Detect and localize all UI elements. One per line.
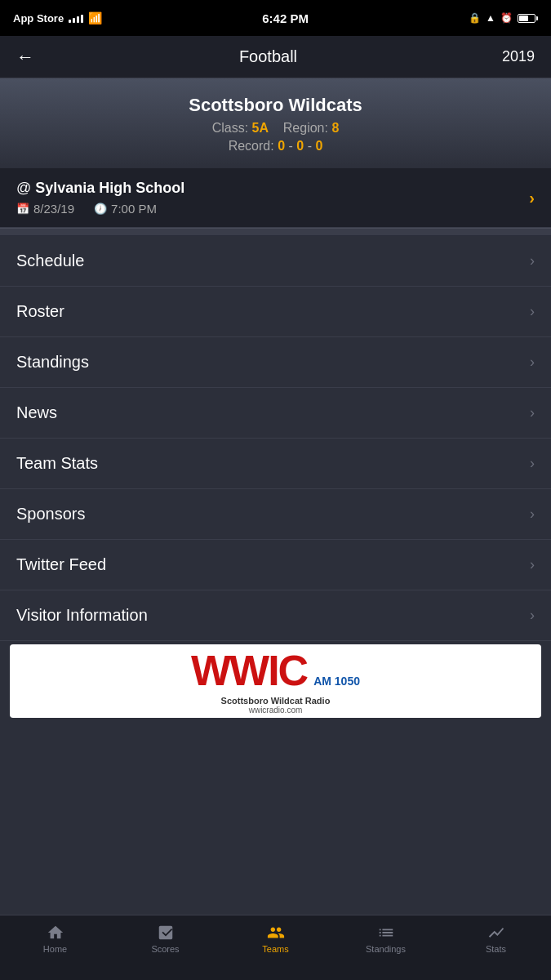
- tab-standings[interactable]: Standings: [331, 922, 441, 954]
- menu-chevron-roster: ›: [530, 303, 535, 320]
- wwic-logo: WWIC AM 1050 Scottsboro Wildcat Radio ww…: [191, 648, 360, 715]
- menu-label-roster: Roster: [16, 302, 64, 321]
- region-label: Region:: [283, 121, 328, 135]
- menu-label-news: News: [16, 403, 57, 422]
- menu-item-visitor-info[interactable]: Visitor Information ›: [0, 590, 551, 641]
- team-header: Scottsboro Wildcats Class: 5A Region: 8 …: [0, 78, 551, 168]
- location-icon: ▲: [486, 12, 495, 24]
- tab-home[interactable]: Home: [0, 922, 110, 954]
- tab-label-standings: Standings: [366, 944, 406, 954]
- next-game-card[interactable]: @ Sylvania High School 📅 8/23/19 🕖 7:00 …: [0, 168, 551, 228]
- clock-icon: 🕖: [94, 203, 107, 215]
- menu-item-twitter-feed[interactable]: Twitter Feed ›: [0, 540, 551, 590]
- tab-icon-scores: [157, 924, 175, 942]
- nav-bar: ← Football 2019: [0, 36, 551, 78]
- tab-icon-standings: [377, 924, 395, 942]
- menu-item-news[interactable]: News ›: [0, 388, 551, 439]
- team-name: Scottsboro Wildcats: [16, 95, 535, 116]
- tab-scores[interactable]: Scores: [110, 922, 220, 954]
- game-date: 8/23/19: [33, 202, 74, 216]
- alarm-icon: ⏰: [500, 12, 513, 24]
- tab-bar: Home Scores Teams Standings Stats: [0, 915, 551, 980]
- main-content: Scottsboro Wildcats Class: 5A Region: 8 …: [0, 78, 551, 786]
- menu-label-visitor-info: Visitor Information: [16, 606, 148, 625]
- tab-icon-home: [47, 924, 64, 942]
- menu-chevron-standings: ›: [530, 354, 535, 371]
- tab-label-stats: Stats: [486, 944, 506, 954]
- menu-chevron-team-stats: ›: [530, 455, 535, 472]
- wifi-icon: 📶: [88, 11, 102, 24]
- ad-banner[interactable]: WWIC AM 1050 Scottsboro Wildcat Radio ww…: [10, 644, 541, 718]
- game-opponent-name: Sylvania High School: [35, 180, 184, 196]
- record-dash2: -: [308, 139, 316, 153]
- menu-item-sponsors[interactable]: Sponsors ›: [0, 489, 551, 540]
- lock-icon: 🔒: [469, 12, 481, 24]
- game-date-container: 📅 8/23/19: [16, 202, 74, 216]
- record-losses: 0: [296, 139, 304, 153]
- record-label: Record:: [229, 139, 274, 153]
- signal-bars: [69, 13, 83, 23]
- wwic-url: wwicradio.com: [249, 706, 303, 715]
- battery-icon: [518, 14, 538, 23]
- menu-list: Schedule › Roster › Standings › News › T…: [0, 236, 551, 641]
- game-time-container: 🕖 7:00 PM: [94, 202, 157, 216]
- record-ties: 0: [315, 139, 322, 153]
- tab-label-teams: Teams: [262, 944, 288, 954]
- next-game-chevron: ›: [529, 189, 535, 207]
- record-dash1: -: [289, 139, 297, 153]
- wwic-tagline: Scottsboro Wildcat Radio: [221, 696, 331, 706]
- menu-chevron-twitter-feed: ›: [530, 556, 535, 573]
- team-meta: Class: 5A Region: 8: [16, 121, 535, 136]
- class-value: 5A: [252, 121, 269, 135]
- tab-stats[interactable]: Stats: [441, 922, 551, 954]
- game-opponent: @ Sylvania High School: [16, 180, 184, 197]
- menu-item-roster[interactable]: Roster ›: [0, 287, 551, 337]
- status-time: 6:42 PM: [262, 11, 309, 25]
- nav-title: Football: [239, 47, 297, 66]
- menu-item-schedule[interactable]: Schedule ›: [0, 236, 551, 287]
- next-game-info: @ Sylvania High School 📅 8/23/19 🕖 7:00 …: [16, 180, 184, 216]
- menu-label-twitter-feed: Twitter Feed: [16, 555, 106, 574]
- class-label: Class:: [212, 121, 248, 135]
- tab-icon-teams: [267, 924, 285, 942]
- menu-chevron-schedule: ›: [530, 252, 535, 270]
- menu-label-standings: Standings: [16, 353, 89, 372]
- status-right: 🔒 ▲ ⏰: [469, 12, 538, 24]
- menu-label-sponsors: Sponsors: [16, 505, 86, 523]
- status-bar: App Store 📶 6:42 PM 🔒 ▲ ⏰: [0, 0, 551, 36]
- team-record: Record: 0 - 0 - 0: [16, 139, 535, 154]
- game-at-prefix: @: [16, 180, 31, 196]
- menu-divider: [0, 228, 551, 236]
- menu-item-team-stats[interactable]: Team Stats ›: [0, 439, 551, 489]
- carrier-label: App Store: [13, 12, 64, 24]
- tab-teams[interactable]: Teams: [220, 922, 331, 954]
- region-value: 8: [331, 121, 339, 135]
- tab-label-home: Home: [43, 944, 67, 954]
- tab-label-scores: Scores: [151, 944, 179, 954]
- menu-label-schedule: Schedule: [16, 252, 84, 270]
- record-wins: 0: [278, 139, 285, 153]
- back-button[interactable]: ←: [16, 47, 34, 68]
- menu-chevron-news: ›: [530, 404, 535, 421]
- calendar-icon: 📅: [16, 203, 29, 215]
- status-left: App Store 📶: [13, 11, 102, 24]
- wwic-name: WWIC: [191, 648, 307, 694]
- menu-chevron-visitor-info: ›: [530, 607, 535, 624]
- wwic-freq: AM 1050: [313, 675, 360, 688]
- game-details: 📅 8/23/19 🕖 7:00 PM: [16, 202, 184, 216]
- game-time: 7:00 PM: [111, 202, 157, 216]
- nav-year: 2019: [502, 48, 535, 65]
- tab-icon-stats: [487, 924, 505, 942]
- menu-label-team-stats: Team Stats: [16, 454, 98, 473]
- ad-content: WWIC AM 1050 Scottsboro Wildcat Radio ww…: [10, 644, 541, 718]
- menu-item-standings[interactable]: Standings ›: [0, 337, 551, 388]
- menu-chevron-sponsors: ›: [530, 506, 535, 523]
